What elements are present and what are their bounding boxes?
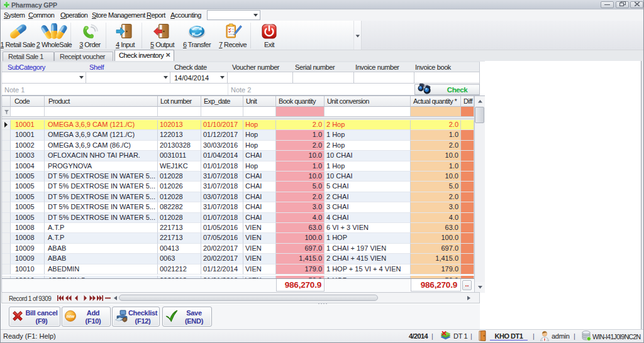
svg-text:new: new <box>67 314 75 318</box>
